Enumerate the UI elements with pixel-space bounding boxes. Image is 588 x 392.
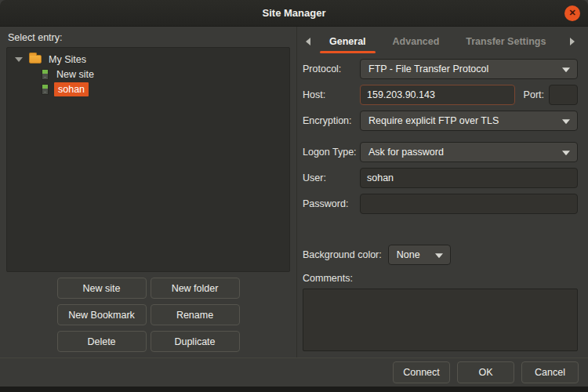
protocol-value: FTP - File Transfer Protocol <box>368 64 488 74</box>
user-label: User: <box>303 172 360 183</box>
tab-transfer-settings[interactable]: Transfer Settings <box>455 27 557 56</box>
password-input[interactable] <box>360 194 578 214</box>
protocol-row: Protocol: FTP - File Transfer Protocol <box>303 59 578 79</box>
host-input[interactable] <box>360 85 515 105</box>
encryption-value: Require explicit FTP over TLS <box>368 115 499 126</box>
delete-button[interactable]: Delete <box>57 331 147 352</box>
window-bottom-edge <box>0 387 588 392</box>
cancel-button[interactable]: Cancel <box>521 361 579 383</box>
background-color-dropdown[interactable]: None <box>388 245 451 265</box>
new-bookmark-button[interactable]: New Bookmark <box>57 304 147 325</box>
tab-scroll-left-button[interactable] <box>303 27 314 56</box>
duplicate-button[interactable]: Duplicate <box>151 331 240 352</box>
spacer <box>303 220 578 245</box>
footer-bar: Connect OK Cancel <box>0 358 588 387</box>
password-row: Password: <box>303 194 578 214</box>
tab-scroll-right-button[interactable] <box>567 27 578 56</box>
host-row: Host: Port: <box>303 85 578 105</box>
background-color-row: Background color: None <box>303 245 578 265</box>
chevron-left-icon <box>306 38 310 45</box>
protocol-label: Protocol: <box>303 64 360 74</box>
tree-row-new-site[interactable]: New site <box>7 67 289 82</box>
background-color-label: Background color: <box>303 249 382 260</box>
tab-advanced[interactable]: Advanced <box>382 27 451 56</box>
encryption-row: Encryption: Require explicit FTP over TL… <box>303 111 578 131</box>
chevron-down-icon <box>562 151 570 155</box>
logon-type-label: Logon Type: <box>303 147 360 158</box>
new-site-button[interactable]: New site <box>57 278 147 299</box>
protocol-dropdown[interactable]: FTP - File Transfer Protocol <box>360 59 578 79</box>
close-icon: ✕ <box>568 8 575 18</box>
comments-label: Comments: <box>303 273 578 284</box>
rename-button[interactable]: Rename <box>151 304 240 325</box>
site-tree[interactable]: My Sites New site sohan <box>6 47 290 272</box>
window-title: Site Manager <box>263 7 326 19</box>
server-icon <box>42 84 49 95</box>
new-folder-button[interactable]: New folder <box>151 278 240 299</box>
chevron-down-icon <box>562 67 570 72</box>
folder-icon <box>29 55 42 64</box>
user-input[interactable] <box>360 168 578 188</box>
chevron-down-icon[interactable] <box>15 57 23 62</box>
port-label: Port: <box>524 89 544 100</box>
logon-type-value: Ask for password <box>368 147 444 158</box>
logon-type-row: Logon Type: Ask for password <box>303 142 578 162</box>
chevron-right-icon <box>570 38 575 45</box>
right-panel: General Advanced Transfer Settings Proto… <box>296 27 588 358</box>
tree-item-label[interactable]: My Sites <box>46 53 89 66</box>
server-icon <box>42 69 49 80</box>
password-label: Password: <box>303 198 360 209</box>
titlebar[interactable]: Site Manager ✕ <box>0 0 588 27</box>
host-label: Host: <box>303 89 360 100</box>
tree-item-label[interactable]: New site <box>54 68 96 81</box>
connect-button[interactable]: Connect <box>393 361 450 383</box>
tab-bar: General Advanced Transfer Settings <box>303 27 578 56</box>
tree-row-sohan[interactable]: sohan <box>7 82 289 96</box>
spacer <box>303 136 578 142</box>
port-input[interactable] <box>549 85 578 105</box>
chevron-down-icon <box>435 253 443 258</box>
tab-general[interactable]: General <box>318 27 377 56</box>
dialog-body: Select entry: My Sites New site sohan Ne… <box>0 27 588 358</box>
user-row: User: <box>303 168 578 188</box>
tree-action-buttons: New site New folder New Bookmark Rename … <box>6 278 290 352</box>
left-panel: Select entry: My Sites New site sohan Ne… <box>0 27 296 358</box>
comments-textarea[interactable] <box>303 289 578 351</box>
close-button[interactable]: ✕ <box>564 5 580 21</box>
tree-item-label-selected[interactable]: sohan <box>54 82 89 96</box>
encryption-dropdown[interactable]: Require explicit FTP over TLS <box>360 111 578 131</box>
background-color-value: None <box>397 249 420 260</box>
site-manager-dialog: Site Manager ✕ Select entry: My Sites Ne… <box>0 0 588 392</box>
chevron-down-icon <box>562 119 570 124</box>
select-entry-label: Select entry: <box>8 32 290 43</box>
encryption-label: Encryption: <box>303 115 360 126</box>
ok-button[interactable]: OK <box>457 361 514 383</box>
logon-type-dropdown[interactable]: Ask for password <box>360 142 578 162</box>
tree-row-my-sites[interactable]: My Sites <box>7 52 289 67</box>
